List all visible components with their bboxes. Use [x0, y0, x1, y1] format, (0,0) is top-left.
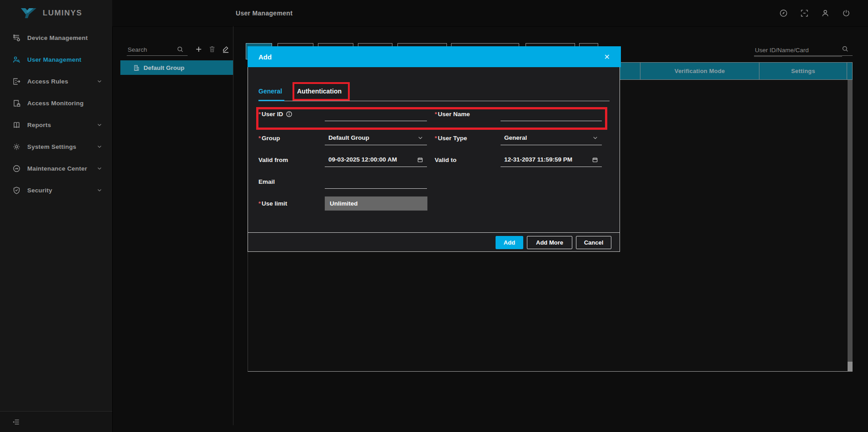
collapse-sidebar-icon[interactable]	[11, 418, 20, 426]
add-group-icon[interactable]	[194, 45, 203, 54]
chevron-down-icon	[97, 187, 102, 193]
calendar-icon[interactable]	[417, 157, 423, 163]
sidebar-item-label: System Settings	[27, 143, 76, 150]
maintenance-center-icon	[12, 164, 21, 173]
reports-icon	[12, 121, 21, 129]
email-label: Email	[258, 178, 325, 185]
form-row-2: *Group Default Group *User Type General	[258, 130, 612, 146]
user-id-input[interactable]	[328, 110, 423, 118]
edit-group-icon[interactable]	[222, 45, 230, 54]
dialog-footer: Add Add More Cancel	[248, 232, 620, 252]
form-row-5: *Use limit Unlimited	[258, 196, 612, 211]
close-icon[interactable]: ✕	[604, 53, 610, 61]
active-tab-indicator	[258, 100, 284, 101]
sidebar-item-label: Maintenance Center	[27, 165, 87, 172]
user-management-icon	[12, 55, 21, 64]
use-limit-field: Unlimited	[325, 196, 427, 211]
chevron-down-icon	[97, 122, 102, 128]
topbar-actions	[779, 0, 851, 26]
email-input[interactable]	[328, 177, 423, 185]
use-limit-label: *Use limit	[258, 200, 325, 207]
tab-divider	[258, 101, 610, 101]
system-settings-icon	[12, 142, 21, 151]
chevron-down-icon	[97, 144, 102, 149]
power-icon[interactable]	[842, 9, 851, 18]
sidebar-item-device-management[interactable]: Device Management	[0, 27, 112, 49]
sidebar-item-label: Device Management	[27, 34, 88, 41]
dialog-title: Add	[258, 53, 272, 61]
sidebar-item-maintenance-center[interactable]: Maintenance Center	[0, 157, 112, 179]
table-header-settings: Settings	[759, 63, 847, 79]
sidebar: LUMINYS Device Management	[0, 0, 113, 432]
sidebar-item-label: User Management	[27, 56, 81, 63]
access-monitoring-icon	[12, 99, 21, 108]
user-type-label: *User Type	[435, 135, 501, 142]
user-id-label: *User ID	[258, 111, 325, 118]
table-header-scroll-cap	[847, 63, 852, 79]
email-field	[325, 174, 427, 189]
app-window: LUMINYS Device Management	[0, 0, 868, 432]
delete-group-icon[interactable]	[208, 45, 217, 54]
luminys-logo-icon	[20, 7, 37, 19]
sidebar-item-label: Access Rules	[27, 78, 68, 85]
add-user-dialog: Add ✕ General Authentication *User ID *U…	[248, 46, 620, 252]
brand-name: LUMINYS	[43, 9, 82, 18]
add-more-button[interactable]: Add More	[527, 236, 572, 249]
group-select[interactable]: Default Group	[325, 131, 427, 145]
user-name-field	[501, 107, 602, 121]
sidebar-item-reports[interactable]: Reports	[0, 114, 112, 136]
calendar-icon[interactable]	[592, 157, 598, 163]
fullscreen-scan-icon[interactable]	[800, 9, 809, 18]
search-icon[interactable]	[841, 45, 849, 53]
page-title: User Management	[236, 0, 293, 26]
device-management-icon	[12, 34, 21, 42]
group-item-label: Default Group	[144, 64, 184, 71]
chevron-down-icon	[417, 135, 423, 141]
sidebar-item-access-rules[interactable]: Access Rules	[0, 70, 112, 92]
sidebar-footer	[0, 411, 112, 432]
valid-from-picker[interactable]: 09-03-2025 12:00:00 AM	[325, 152, 427, 167]
tab-authentication[interactable]: Authentication	[297, 88, 342, 95]
info-icon[interactable]	[286, 111, 293, 118]
search-icon[interactable]	[176, 45, 184, 53]
user-search-underline	[754, 55, 853, 56]
sidebar-item-label: Security	[27, 187, 52, 194]
chevron-down-icon	[97, 166, 102, 171]
chevron-down-icon	[97, 79, 102, 84]
user-type-select[interactable]: General	[501, 131, 602, 145]
add-button[interactable]: Add	[496, 236, 523, 249]
dialog-header: Add ✕	[248, 46, 621, 67]
group-label: *Group	[258, 135, 325, 142]
user-search-input[interactable]	[754, 44, 842, 57]
brand-logo: LUMINYS	[0, 0, 112, 26]
user-id-field	[325, 107, 427, 121]
sidebar-item-access-monitoring[interactable]: Access Monitoring	[0, 92, 112, 114]
security-icon	[12, 186, 21, 195]
building-icon	[133, 64, 140, 71]
group-item-default-group[interactable]: Default Group	[120, 60, 233, 75]
access-rules-icon	[12, 77, 21, 86]
user-name-input[interactable]	[504, 110, 598, 118]
tab-general[interactable]: General	[258, 88, 282, 95]
sidebar-item-label: Reports	[27, 122, 51, 128]
valid-to-label: Valid to	[435, 157, 501, 163]
chevron-down-icon	[592, 135, 598, 141]
scrollbar-thumb[interactable]	[848, 362, 853, 372]
table-scrollbar[interactable]	[848, 80, 853, 372]
user-name-label: *User Name	[435, 111, 501, 118]
sidebar-nav: Device Management User Management A	[0, 27, 112, 201]
form-row-3: Valid from 09-03-2025 12:00:00 AM Valid …	[258, 152, 612, 167]
valid-from-label: Valid from	[258, 157, 325, 163]
sidebar-item-system-settings[interactable]: System Settings	[0, 136, 112, 157]
cancel-button[interactable]: Cancel	[576, 236, 611, 249]
sidebar-item-security[interactable]: Security	[0, 179, 112, 201]
form-row-4: Email	[258, 174, 612, 189]
form-row-1: *User ID *User Name	[258, 106, 612, 122]
sidebar-item-user-management[interactable]: User Management	[0, 49, 112, 70]
panel-divider	[233, 26, 233, 425]
topbar: User Management	[112, 0, 868, 27]
table-header-verification-mode: Verification Mode	[640, 63, 760, 79]
valid-to-picker[interactable]: 12-31-2037 11:59:59 PM	[501, 152, 602, 167]
user-profile-icon[interactable]	[821, 9, 830, 18]
compass-icon[interactable]	[779, 9, 788, 18]
